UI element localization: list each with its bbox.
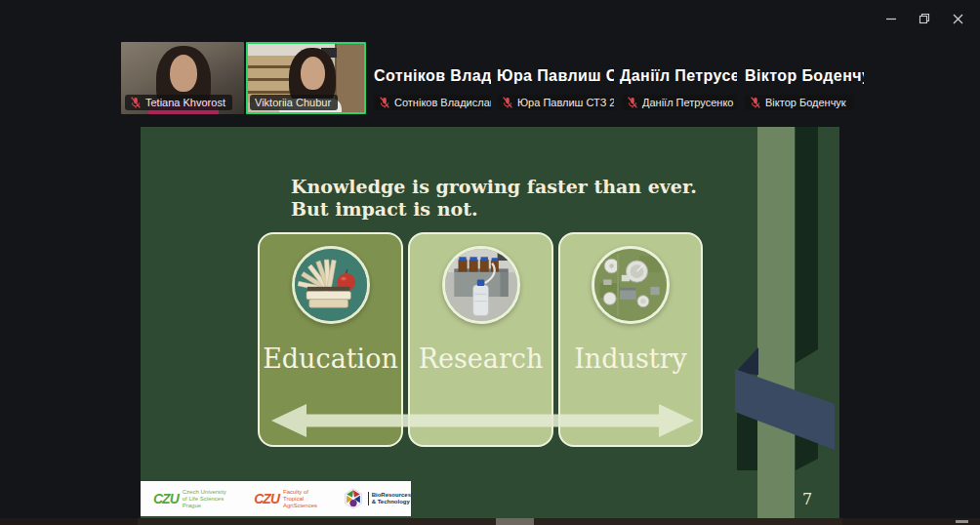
muted-mic-icon [627, 97, 638, 108]
logo-text-line: Czech University [183, 489, 232, 496]
scrollbar-thumb[interactable] [496, 518, 534, 525]
restore-icon[interactable] [908, 6, 941, 31]
participant-name-badge: Сотніков Владислав С... [374, 95, 491, 110]
participant-tile-yura[interactable]: Юра Павлиш С... Юра Павлиш СТЗ 250... [491, 42, 614, 114]
logo-fta: CZU Faculty of Tropical AgriSciences [254, 489, 320, 509]
muted-mic-icon [379, 97, 390, 108]
shared-presentation-slide: Knowledge is growing faster than ever. B… [141, 127, 839, 518]
slide-title-line2: But impact is not. [291, 198, 697, 221]
participant-display-name: Даніїл Петрусе... [620, 67, 737, 85]
research-image [442, 246, 520, 324]
scrollbar-end-dash [956, 520, 968, 523]
participant-display-name: Сотніков Влад... [374, 67, 491, 85]
double-arrow-icon [269, 401, 696, 440]
participant-name-badge: Віктор Боденчук [745, 95, 853, 110]
participant-name-badge: Viktoriia Chubur [250, 95, 338, 110]
slide-footer-logo-bar: CZU Czech University of Life Sciences Pr… [141, 481, 411, 516]
muted-mic-icon [502, 97, 513, 108]
slide-title-line1: Knowledge is growing faster than ever. [291, 176, 697, 198]
participant-name: Сотніков Владислав С... [394, 97, 491, 108]
logo-text-line: & Technology [372, 499, 411, 505]
logo-text-line: of Life Sciences Prague [183, 496, 232, 509]
participant-tile-tetiana[interactable]: Tetiana Khvorost [121, 42, 244, 114]
muted-mic-icon [130, 97, 142, 108]
close-icon[interactable] [941, 6, 974, 31]
logo-text-line: AgriSciences [283, 503, 321, 509]
participant-tile-sotnikov[interactable]: Сотніков Влад... Сотніков Владислав С... [368, 42, 491, 114]
slide-decoration-stripes [726, 127, 839, 518]
participant-name-badge: Юра Павлиш СТЗ 250... [497, 95, 614, 110]
industry-image [592, 246, 670, 324]
participant-tile-daniil[interactable]: Даніїл Петрусе... Даніїл Петрусенко [614, 42, 737, 114]
participant-filmstrip: Tetiana Khvorost Viktoriia Chubur Сотнік… [121, 42, 873, 114]
education-image [292, 246, 370, 324]
participant-tile-viktor[interactable]: Віктор Боденчук Віктор Боденчук [737, 42, 864, 114]
window-controls [875, 6, 974, 31]
minimize-icon[interactable] [875, 6, 908, 31]
slide-page-number: 7 [802, 490, 812, 508]
bioresources-logo-icon [343, 488, 364, 509]
logo-czu: CZU Czech University of Life Sciences Pr… [153, 489, 232, 509]
participant-name: Даніїл Петрусенко [642, 97, 733, 108]
bottom-scrollbar[interactable] [0, 518, 980, 525]
logo-text-line: Faculty of Tropical [283, 489, 321, 503]
participant-display-name: Юра Павлиш С... [497, 67, 614, 85]
logo-bioresources: BioResources & Technology [343, 488, 411, 509]
card-label-research: Research [410, 343, 551, 374]
card-label-education: Education [260, 343, 401, 374]
slide-title: Knowledge is growing faster than ever. B… [291, 176, 697, 221]
participant-name: Viktoriia Chubur [255, 97, 331, 108]
participant-name-badge: Tetiana Khvorost [125, 95, 232, 110]
czu-logo-icon: CZU [153, 491, 179, 506]
participant-name-badge: Даніїл Петрусенко [622, 95, 737, 110]
participant-name: Віктор Боденчук [765, 97, 846, 108]
participant-display-name: Віктор Боденчук [745, 67, 864, 85]
czu-fta-logo-icon: CZU [254, 491, 279, 506]
participant-name: Юра Павлиш СТЗ 250... [517, 97, 614, 108]
participant-name: Tetiana Khvorost [145, 97, 225, 108]
card-label-industry: Industry [560, 343, 701, 374]
participant-tile-viktoriia[interactable]: Viktoriia Chubur [246, 42, 366, 114]
logo-text-line: BioResources [372, 492, 411, 499]
muted-mic-icon [750, 97, 761, 108]
